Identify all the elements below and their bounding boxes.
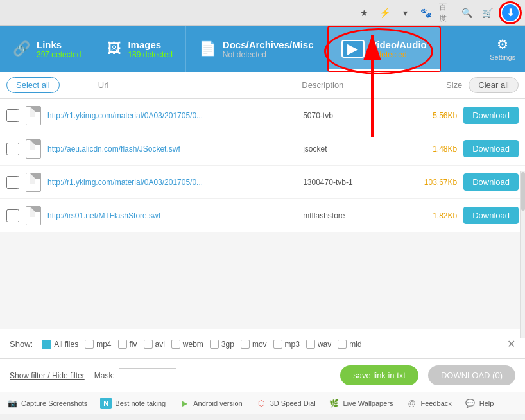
3gp-checkbox[interactable] [210,340,219,349]
filter-mp4[interactable]: mp4 [85,340,111,349]
footer-help-label: Help [479,399,494,407]
notes-icon: N [100,398,112,409]
filter-webm[interactable]: webm [171,340,203,349]
save-link-button[interactable]: save link in txt [340,365,418,385]
tab-video[interactable]: ▶ Video/Audio 4 detected [327,26,441,72]
help-icon: 💬 [465,398,476,409]
scrollbar[interactable] [520,171,525,338]
3gp-label: 3gp [221,340,234,349]
tab-underline [329,69,440,71]
mp4-label: mp4 [96,340,111,349]
row-4-size: 1.82Kb [399,211,457,220]
filter-flv[interactable]: flv [118,340,137,349]
table-row: http://r1.ykimg.com/material/0A03/201705… [0,166,525,199]
flv-label: flv [130,340,137,349]
filter-bar: Show: All files mp4 flv avi webm 3gp mov… [0,329,525,358]
row-1-download-button[interactable]: Download [463,107,519,124]
tab-links[interactable]: 🔗 Links 397 detected [0,26,94,72]
footer-feedback[interactable]: @ Feedback [406,398,451,409]
mp4-checkbox[interactable] [85,340,94,349]
filter-all-files[interactable]: All files [42,340,78,349]
row-3-download-button[interactable]: Download [463,173,519,191]
mid-checkbox[interactable] [338,340,347,349]
filter-mid[interactable]: mid [338,340,361,349]
footer-android-label: Android version [193,399,242,407]
tab-docs-count: Not detected [223,50,314,59]
row-2-url[interactable]: http://aeu.alicdn.com/flash/JSocket.swf [47,144,303,153]
cart-icon[interactable]: 🛒 [480,6,494,20]
avi-checkbox[interactable] [144,340,153,349]
mp3-label: mp3 [285,340,300,349]
footer-3d-dial-label: 3D Speed Dial [270,399,316,407]
webm-checkbox[interactable] [171,340,180,349]
footer-capture-label: Capture Screenshots [21,399,87,407]
row-2-download-button[interactable]: Download [463,140,519,157]
extension-download-icon[interactable]: ⬇ [501,3,520,22]
filter-mov[interactable]: mov [241,340,267,349]
tab-docs[interactable]: 📄 Docs/Archives/Misc Not detected [186,26,327,72]
webm-label: webm [183,340,203,349]
star-icon[interactable]: ★ [357,6,371,20]
browser-bar: ★ ⚡ ▾ 🐾 百度 🔍 🛒 ⬇ [0,0,525,26]
download-all-button[interactable]: DOWNLOAD (0) [428,365,515,385]
paw-icon[interactable]: 🐾 [418,6,433,20]
row-2-desc: jsocket [303,144,399,153]
table-body: http://r1.ykimg.com/material/0A03/201705… [0,99,525,232]
footer-wallpapers[interactable]: 🌿 Live Wallpapers [329,398,393,409]
tab-settings[interactable]: ⚙ Settings [480,26,525,72]
col-size-header: Size [398,80,462,90]
tab-links-name: Links [37,39,81,50]
table-row: http://r1.ykimg.com/material/0A03/201705… [0,99,525,132]
clear-all-button[interactable]: Clear all [469,77,519,93]
filter-3gp[interactable]: 3gp [210,340,234,349]
row-4-url[interactable]: http://irs01.net/MTFlashStore.swf [47,211,303,220]
tab-images-count: 189 detected [128,50,172,59]
wav-label: wav [318,340,331,349]
dial-icon: ⬡ [255,398,267,409]
tab-images[interactable]: 🖼 Images 189 detected [94,26,185,72]
search-icon[interactable]: 百度 [439,6,453,20]
tab-docs-name: Docs/Archives/Misc [223,39,314,50]
tab-video-name: Video/Audio [371,39,427,50]
dropdown-icon[interactable]: ▾ [398,6,412,20]
docs-icon: 📄 [199,40,216,57]
select-all-button[interactable]: Select all [6,77,60,93]
wav-checkbox[interactable] [306,340,315,349]
wallpapers-icon: 🌿 [329,398,340,409]
footer-help[interactable]: 💬 Help [465,398,494,409]
row-2-checkbox[interactable] [6,143,19,155]
footer-android[interactable]: ▶ Android version [178,398,242,409]
row-3-url[interactable]: http://r1.ykimg.com/material/0A03/201705… [47,178,303,187]
footer-notes-label: Best note taking [115,399,166,407]
mask-label: Mask: [94,371,115,380]
tab-bar: 🔗 Links 397 detected 🖼 Images 189 detect… [0,26,525,72]
row-3-size: 103.67Kb [399,178,457,187]
row-3-checkbox[interactable] [6,176,19,189]
filter-avi[interactable]: avi [144,340,165,349]
footer-capture[interactable]: 📷 Capture Screenshots [6,398,87,409]
filter-wav[interactable]: wav [306,340,331,349]
magnifier-icon[interactable]: 🔍 [460,6,474,20]
file-icon [26,206,41,225]
video-icon: ▶ [341,40,365,58]
row-4-checkbox[interactable] [6,209,19,222]
tab-links-count: 397 detected [37,50,81,59]
close-filter-button[interactable]: ✕ [507,338,515,350]
row-1-desc: 5070-tvb [303,111,399,120]
show-filter-button[interactable]: Show filter / Hide filter [10,371,85,380]
flv-checkbox[interactable] [118,340,127,349]
mov-checkbox[interactable] [241,340,250,349]
filter-show-label: Show: [10,339,33,349]
mask-input[interactable] [119,368,176,383]
all-files-label: All files [54,340,78,349]
footer-notes[interactable]: N Best note taking [100,398,166,409]
lightning-icon[interactable]: ⚡ [377,6,392,20]
filter-mp3[interactable]: mp3 [273,340,300,349]
mp3-checkbox[interactable] [273,340,282,349]
footer-3d-dial[interactable]: ⬡ 3D Speed Dial [255,398,316,409]
row-4-download-button[interactable]: Download [463,207,519,224]
file-icon [26,173,41,192]
row-1-checkbox[interactable] [6,109,19,122]
row-1-url[interactable]: http://r1.ykimg.com/material/0A03/201705… [47,111,303,120]
link-icon: 🔗 [13,40,30,57]
